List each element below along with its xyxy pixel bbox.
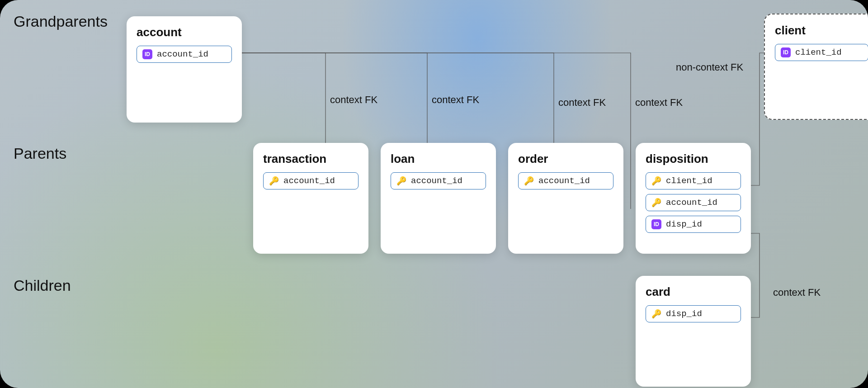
field-name: disp_id <box>666 219 702 229</box>
field-account-account_id: ID account_id <box>137 46 232 63</box>
key-icon: 🔑 <box>651 310 661 318</box>
field-name: disp_id <box>666 309 702 319</box>
entity-transaction: transaction 🔑 account_id <box>253 143 368 254</box>
field-name: account_id <box>411 176 462 186</box>
entity-title: card <box>646 285 741 299</box>
field-name: account_id <box>157 49 208 59</box>
key-icon: 🔑 <box>269 177 279 185</box>
edge-label-disposition-account: context FK <box>635 97 683 109</box>
field-name: account_id <box>538 176 590 186</box>
key-icon: 🔑 <box>396 177 406 185</box>
key-icon: 🔑 <box>651 199 661 207</box>
id-badge-icon: ID <box>142 49 152 59</box>
id-badge-icon: ID <box>651 219 661 229</box>
section-label-parents: Parents <box>14 145 66 162</box>
entity-account: account ID account_id <box>127 16 242 123</box>
entity-card: card 🔑 disp_id <box>636 276 751 387</box>
field-name: account_id <box>283 176 335 186</box>
field-order-account_id: 🔑 account_id <box>518 172 613 189</box>
field-name: client_id <box>795 47 842 57</box>
field-name: client_id <box>666 176 712 186</box>
entity-client: client ID client_id <box>764 14 868 120</box>
edge-label-loan: context FK <box>432 94 479 106</box>
field-disposition-client_id: 🔑 client_id <box>646 172 741 189</box>
key-icon: 🔑 <box>651 177 661 185</box>
section-label-grandparents: Grandparents <box>14 13 108 30</box>
edge-label-card: context FK <box>773 287 821 298</box>
entity-title: account <box>137 25 232 39</box>
field-disposition-disp_id: ID disp_id <box>646 216 741 233</box>
field-name: account_id <box>666 198 717 208</box>
entity-title: transaction <box>263 152 359 166</box>
field-card-disp_id: 🔑 disp_id <box>646 305 741 322</box>
field-loan-account_id: 🔑 account_id <box>391 172 486 189</box>
field-client-client_id: ID client_id <box>775 44 868 61</box>
key-icon: 🔑 <box>524 177 534 185</box>
field-transaction-account_id: 🔑 account_id <box>263 172 359 189</box>
edge-label-disposition-client: non-context FK <box>676 62 743 73</box>
entity-title: client <box>775 24 868 38</box>
edge-label-order: context FK <box>558 97 606 109</box>
entity-title: disposition <box>646 152 741 166</box>
diagram-canvas: Grandparents Parents Children context FK… <box>0 0 868 388</box>
section-label-children: Children <box>14 277 71 294</box>
edge-label-transaction: context FK <box>330 94 377 106</box>
field-disposition-account_id: 🔑 account_id <box>646 194 741 211</box>
id-badge-icon: ID <box>781 47 791 57</box>
entity-title: order <box>518 152 613 166</box>
entity-loan: loan 🔑 account_id <box>381 143 496 254</box>
entity-disposition: disposition 🔑 client_id 🔑 account_id ID … <box>636 143 751 254</box>
entity-order: order 🔑 account_id <box>508 143 623 254</box>
entity-title: loan <box>391 152 486 166</box>
